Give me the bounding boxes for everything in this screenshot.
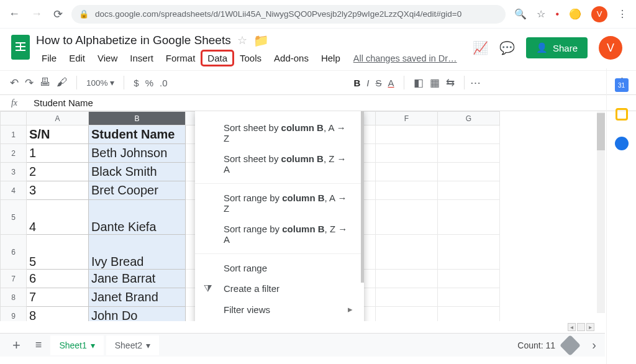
toolbar: ↶ ↷ 🖶 🖌 100% ▾ $ % .0 B I S A ◧ ▦ ⇆ ⋯ ˄ [0, 70, 636, 95]
menu-format[interactable]: Format [160, 51, 201, 65]
zoom-select[interactable]: 100% ▾ [86, 78, 114, 88]
bold-button[interactable]: B [354, 78, 361, 88]
cell[interactable]: John Do [89, 307, 186, 322]
redo-icon[interactable]: ↷ [25, 76, 34, 89]
account-avatar[interactable]: V [599, 36, 622, 60]
row-header[interactable]: 7 [1, 270, 27, 288]
ext1-icon[interactable]: • [555, 9, 559, 20]
decimal-button[interactable]: .0 [160, 78, 168, 88]
tab-sheet1[interactable]: Sheet1 ▾ [50, 335, 103, 355]
cell[interactable]: 1 [27, 144, 89, 163]
cell[interactable]: Janet Brand [89, 288, 186, 307]
cell[interactable]: 5 [27, 235, 89, 270]
menu-sort-range[interactable]: Sort range [195, 258, 364, 278]
address-bar[interactable]: 🔒 docs.google.com/spreadsheets/d/1W0Lii4… [71, 5, 506, 24]
merge-icon[interactable]: ⇆ [446, 76, 455, 89]
row-header[interactable]: 5 [1, 200, 27, 235]
share-button[interactable]: 👤 Share [526, 37, 588, 58]
menu-view[interactable]: View [92, 51, 123, 65]
doc-title[interactable]: How to Alphabetize in Google Sheets [36, 34, 231, 47]
ext2-icon[interactable]: 🟡 [569, 8, 581, 20]
keep-icon[interactable] [616, 108, 628, 121]
percent-button[interactable]: % [145, 78, 153, 88]
cell[interactable]: Bret Cooper [89, 181, 186, 200]
forward-icon[interactable]: → [31, 7, 42, 20]
menu-insert[interactable]: Insert [124, 51, 159, 65]
row-header[interactable]: 8 [1, 288, 27, 307]
cell[interactable]: 8 [27, 307, 89, 322]
menu-tools[interactable]: Tools [234, 51, 267, 65]
profile-avatar[interactable]: V [591, 6, 607, 22]
col-header[interactable]: F [376, 112, 438, 125]
menu-filter-views[interactable]: Filter views▸ [195, 299, 364, 320]
row-header[interactable]: 4 [1, 181, 27, 200]
menu-data[interactable]: Data [202, 51, 233, 65]
menu-create-filter[interactable]: ⧩Create a filter [195, 278, 364, 299]
col-header[interactable]: B [89, 112, 186, 125]
explore-icon[interactable] [560, 335, 581, 356]
more-icon[interactable]: ⋯ [470, 76, 481, 89]
star-doc-icon[interactable]: ☆ [237, 34, 247, 47]
menu-addons[interactable]: Add-ons [268, 51, 314, 65]
col-header[interactable]: A [27, 112, 89, 125]
row-header[interactable]: 1 [1, 125, 27, 144]
cell[interactable]: Student Name [89, 125, 186, 144]
menu-edit[interactable]: Edit [63, 51, 91, 65]
horizontal-scroll[interactable]: ◂▸ [568, 323, 605, 332]
back-icon[interactable]: ← [9, 7, 20, 20]
cell[interactable]: S/N [27, 125, 89, 144]
all-sheets-icon[interactable]: ≡ [29, 339, 48, 352]
kebab-icon[interactable]: ⋮ [617, 8, 627, 20]
menu-sort-range-az[interactable]: Sort range by column B, A → Z [195, 188, 364, 219]
comment-icon[interactable]: 💬 [499, 40, 515, 55]
trend-icon[interactable]: 📈 [473, 40, 488, 55]
add-sheet-icon[interactable]: + [6, 337, 27, 353]
tasks-icon[interactable] [615, 137, 629, 150]
col-header[interactable]: G [438, 112, 500, 125]
menu-file[interactable]: File [36, 51, 62, 65]
reload-icon[interactable]: ⟳ [53, 7, 63, 21]
menu-slicer[interactable]: ☰SlicerNew [195, 320, 364, 321]
menu-sort-sheet-az[interactable]: Sort sheet by column B, A → Z [195, 117, 364, 148]
cell[interactable]: Jane Barrat [89, 270, 186, 288]
calendar-icon[interactable]: 31 [615, 78, 629, 92]
tab-sheet2[interactable]: Sheet2 ▾ [106, 335, 159, 355]
menu-sort-range-za[interactable]: Sort range by column B, Z → A [195, 219, 364, 250]
folder-icon[interactable]: 📁 [253, 33, 269, 48]
vertical-scrollbar[interactable] [597, 112, 605, 313]
strike-button[interactable]: S [376, 78, 382, 88]
sidepanel-toggle-icon[interactable]: › [586, 334, 602, 356]
menu-sort-sheet-za[interactable]: Sort sheet by column B, Z → A [195, 148, 364, 180]
print-icon[interactable]: 🖶 [40, 76, 50, 89]
sheets-logo[interactable] [9, 32, 32, 62]
menu-help[interactable]: Help [316, 51, 346, 65]
cell[interactable]: 2 [27, 163, 89, 181]
row-header[interactable]: 6 [1, 235, 27, 270]
row-header[interactable]: 9 [1, 307, 27, 322]
undo-icon[interactable]: ↶ [10, 76, 19, 89]
row-header[interactable]: 3 [1, 163, 27, 181]
save-status[interactable]: All changes saved in Dr… [353, 53, 457, 63]
currency-button[interactable]: $ [134, 78, 139, 88]
fill-icon[interactable]: ◧ [414, 76, 424, 89]
star-icon[interactable]: ☆ [537, 8, 545, 20]
paint-icon[interactable]: 🖌 [57, 76, 67, 89]
fx-icon: fx [0, 98, 29, 108]
cell[interactable]: 6 [27, 270, 89, 288]
cell[interactable]: Black Smith [89, 163, 186, 181]
textcolor-button[interactable]: A [388, 78, 394, 88]
row-header[interactable]: 2 [1, 144, 27, 163]
borders-icon[interactable]: ▦ [430, 76, 440, 89]
filter-icon: ⧩ [204, 283, 212, 294]
cell[interactable]: 3 [27, 181, 89, 200]
formula-input[interactable]: Student Name [29, 98, 93, 108]
cell[interactable]: Beth Johnson [89, 144, 186, 163]
cell[interactable]: Ivy Bread [89, 235, 186, 270]
select-all-corner[interactable] [1, 112, 27, 125]
cell[interactable]: 7 [27, 288, 89, 307]
zoom-icon[interactable]: 🔍 [514, 8, 527, 20]
selection-count: Count: 11 [517, 340, 555, 350]
italic-button[interactable]: I [366, 78, 369, 88]
cell[interactable]: Dante Kiefa [89, 200, 186, 235]
cell[interactable]: 4 [27, 200, 89, 235]
